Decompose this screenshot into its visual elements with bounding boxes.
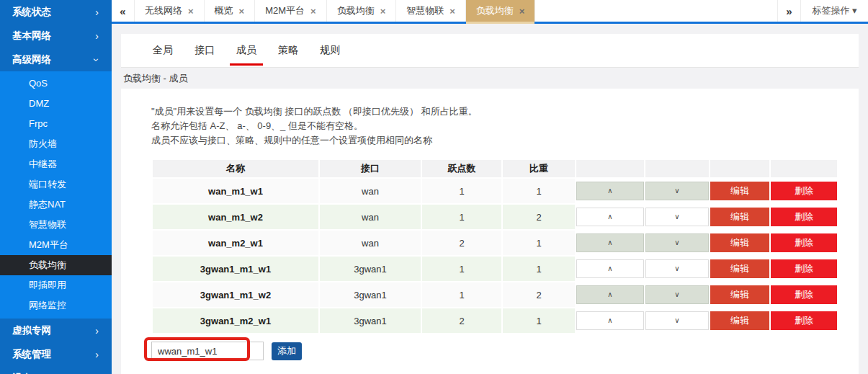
column-header-empty: [645, 160, 709, 177]
member-interface: 3gwan1: [320, 257, 421, 281]
delete-button[interactable]: 删除: [771, 182, 837, 200]
section-tab-policy[interactable]: 策略: [267, 34, 309, 67]
scroll-tabs-right-button[interactable]: »: [777, 0, 800, 22]
member-weight: 1: [503, 231, 575, 255]
chevron-right-icon: ›: [95, 7, 99, 17]
move-up-button[interactable]: ∧: [576, 311, 644, 330]
tab-actions-dropdown[interactable]: 标签操作 ▾: [800, 0, 868, 22]
sidebar-item-vpn[interactable]: 虚拟专网 ›: [0, 319, 112, 342]
tab-overview[interactable]: 概览 ×: [205, 0, 256, 22]
sidebar-item-system-status[interactable]: 系统状态 ›: [0, 0, 112, 24]
edit-button[interactable]: 编辑: [710, 259, 769, 278]
close-icon[interactable]: ×: [188, 6, 194, 17]
tab-label: 概览: [215, 4, 233, 17]
move-down-button[interactable]: ∨: [645, 208, 709, 226]
close-icon[interactable]: ×: [380, 6, 386, 17]
move-up-button[interactable]: ∧: [576, 259, 644, 278]
tab-m2m-platform[interactable]: M2M平台 ×: [255, 0, 326, 22]
edit-button[interactable]: 编辑: [710, 311, 769, 330]
move-down-button[interactable]: ∨: [645, 285, 709, 304]
column-header-weight: 比重: [503, 160, 575, 177]
members-panel: "成员"用来设置每一个 负载均衡 接口的跃点数 （即接口优先级） 和所占比重。 …: [121, 89, 859, 374]
move-up-button[interactable]: ∧: [576, 285, 644, 304]
sidebar-item-label: 系统状态: [12, 6, 51, 19]
sidebar-item-smart-iot[interactable]: 智慧物联: [0, 215, 112, 235]
sidebar-item-static-nat[interactable]: 静态NAT: [0, 195, 112, 215]
sidebar-item-logout[interactable]: 退出: [0, 366, 112, 374]
member-interface: wan: [320, 205, 421, 229]
breadcrumb: 负载均衡 - 成员: [121, 68, 859, 89]
close-icon[interactable]: ×: [449, 6, 455, 17]
tab-load-balancing-1[interactable]: 负载均衡 ×: [327, 0, 397, 22]
delete-button[interactable]: 删除: [771, 259, 837, 278]
move-up-button[interactable]: ∧: [576, 208, 644, 226]
section-tab-members[interactable]: 成员: [225, 34, 267, 67]
sidebar-item-repeater[interactable]: 中继器: [0, 154, 112, 174]
column-header-interface: 接口: [320, 160, 421, 177]
column-header-metric: 跃点数: [422, 160, 501, 177]
table-row: 3gwan1_m1_w1 3gwan1 1 1 ∧ ∨ 编辑 删除: [153, 257, 837, 281]
edit-button[interactable]: 编辑: [710, 182, 769, 200]
scroll-tabs-left-button[interactable]: «: [112, 0, 135, 22]
sidebar-item-basic-network[interactable]: 基本网络 ›: [0, 24, 112, 48]
section-tab-global[interactable]: 全局: [142, 34, 184, 67]
move-down-button[interactable]: ∨: [645, 259, 709, 278]
section-tab-interface[interactable]: 接口: [184, 34, 225, 67]
sidebar: 系统状态 › 基本网络 › 高级网络 › QoS DMZ Frpc 防火墙 中继…: [0, 0, 112, 374]
member-metric: 1: [422, 282, 501, 307]
delete-button[interactable]: 删除: [771, 311, 837, 330]
member-metric: 2: [422, 231, 501, 255]
close-icon[interactable]: ×: [239, 6, 245, 17]
section-tabs: 全局 接口 成员 策略 规则: [121, 34, 859, 68]
move-up-button[interactable]: ∧: [576, 182, 644, 200]
member-interface: wan: [320, 231, 421, 255]
members-table: 名称 接口 跃点数 比重 wan_m1_w1: [151, 159, 838, 334]
move-down-button[interactable]: ∨: [645, 182, 709, 200]
sidebar-item-dmz[interactable]: DMZ: [0, 94, 112, 114]
move-down-button[interactable]: ∨: [645, 311, 709, 330]
member-interface: 3gwan1: [320, 308, 421, 333]
delete-button[interactable]: 删除: [771, 233, 837, 252]
member-weight: 1: [503, 179, 575, 203]
sidebar-item-port-forwarding[interactable]: 端口转发: [0, 174, 112, 195]
delete-button[interactable]: 删除: [771, 208, 837, 226]
sidebar-item-firewall[interactable]: 防火墙: [0, 134, 112, 154]
main-area: « 无线网络 × 概览 × M2M平台 × 负载均衡 × 智慧物联 ×: [112, 0, 868, 374]
member-metric: 1: [422, 257, 501, 281]
chevron-right-icon: ›: [95, 31, 99, 41]
sidebar-item-network-monitor[interactable]: 网络监控: [0, 295, 112, 316]
add-member-button[interactable]: 添加: [272, 342, 302, 360]
sidebar-item-system-management[interactable]: 系统管理 ›: [0, 342, 112, 366]
member-name: 3gwan1_m2_w1: [153, 308, 318, 333]
tab-actions-label: 标签操作: [812, 5, 849, 16]
member-name: wan_m2_w1: [153, 231, 318, 255]
sidebar-item-qos[interactable]: QoS: [0, 74, 112, 94]
tab-wireless-network[interactable]: 无线网络 ×: [135, 0, 205, 22]
sidebar-item-advanced-network[interactable]: 高级网络 ›: [0, 48, 112, 71]
tab-smart-iot[interactable]: 智慧物联 ×: [396, 0, 466, 22]
sidebar-item-frpc[interactable]: Frpc: [0, 114, 112, 134]
caret-down-icon: ▾: [852, 5, 857, 16]
page-content: 全局 接口 成员 策略 规则 负载均衡 - 成员 "成员"用来设置每一个 负载均…: [112, 24, 868, 374]
edit-button[interactable]: 编辑: [710, 285, 769, 304]
chevron-right-icon: ›: [95, 326, 99, 336]
edit-button[interactable]: 编辑: [710, 208, 769, 226]
section-tab-rules[interactable]: 规则: [309, 34, 351, 67]
member-metric: 2: [422, 308, 501, 333]
move-down-button[interactable]: ∨: [645, 233, 709, 252]
delete-button[interactable]: 删除: [771, 285, 837, 304]
new-member-name-input[interactable]: [151, 342, 264, 360]
sidebar-item-m2m-platform[interactable]: M2M平台: [0, 235, 112, 255]
tab-label: 智慧物联: [406, 4, 444, 17]
close-icon[interactable]: ×: [519, 6, 525, 17]
sidebar-item-label: 基本网络: [12, 30, 51, 43]
sidebar-item-load-balancing[interactable]: 负载均衡: [0, 255, 112, 275]
close-icon[interactable]: ×: [310, 6, 316, 17]
tab-label: 负载均衡: [337, 4, 375, 17]
move-up-button[interactable]: ∧: [576, 233, 644, 252]
tab-load-balancing-active[interactable]: 负载均衡 ×: [466, 0, 536, 22]
description-line: "成员"用来设置每一个 负载均衡 接口的跃点数 （即接口优先级） 和所占比重。: [151, 104, 859, 119]
sidebar-item-label: 高级网络: [12, 53, 51, 66]
edit-button[interactable]: 编辑: [710, 233, 769, 252]
sidebar-item-plug-and-play[interactable]: 即插即用: [0, 275, 112, 295]
